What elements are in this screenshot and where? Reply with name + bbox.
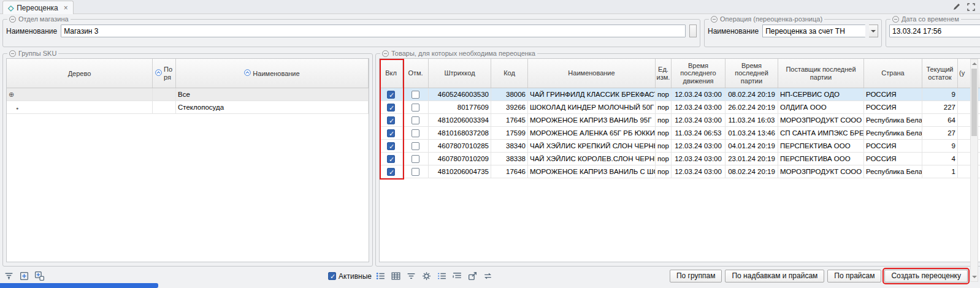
products-toolbar: По группам По надбавкам и прайсам По пра… [375, 269, 968, 282]
table-row[interactable]: 460780701020938338ЧАЙ ХЭЙЛИС КОРОЛЕВ.СЛО… [380, 153, 980, 165]
app-window: ◇ Переоценка × Отдел магазина Наименован… [0, 0, 980, 288]
cell-last-move: 12.03.24 03:00 [672, 165, 725, 178]
row-include-checkbox[interactable] [387, 104, 395, 112]
cell-stock: 27 [922, 127, 958, 140]
column-header-unit[interactable]: Ед. изм. [656, 59, 672, 88]
table-row[interactable]: 8017760939266ШОКОЛАД КИНДЕР МОЛОЧНЫЙ 50Г… [380, 101, 980, 114]
cell-country: РОССИЯ [864, 88, 922, 101]
view-grid-icon[interactable] [391, 271, 401, 281]
numbered-list-icon[interactable] [437, 271, 447, 281]
cell-name: Стеклопосуда [176, 101, 369, 114]
cell-code: 39266 [491, 101, 528, 114]
scrollbar-track[interactable] [971, 67, 978, 273]
by-prices-button[interactable]: По прайсам [827, 270, 881, 282]
table-row[interactable]: ●Стеклопосуда [7, 101, 369, 114]
row-mark-checkbox[interactable] [412, 116, 419, 124]
collapse-icon[interactable] [711, 16, 718, 23]
cell-incl [380, 101, 403, 114]
table-row[interactable]: 481020600339417645МОРОЖЕНОЕ КАПРИЗ ВАНИЛ… [380, 114, 980, 127]
collapse-icon[interactable] [382, 50, 389, 57]
datetime-group: Дата со временем [886, 15, 980, 47]
cell-stock: 9 [922, 140, 958, 153]
row-mark-checkbox[interactable] [412, 142, 419, 150]
column-header-name[interactable]: Наименование [176, 59, 369, 88]
collapse-icon[interactable] [9, 50, 16, 57]
column-header-incl[interactable]: Вкл [380, 59, 403, 88]
cell-unit: пор [656, 114, 672, 127]
refresh-icon[interactable] [483, 271, 493, 281]
clear-filter-icon[interactable] [4, 271, 14, 281]
by-groups-button[interactable]: По группам [670, 270, 722, 282]
scroll-down-button[interactable] [971, 273, 978, 281]
tab-bar: ◇ Переоценка × [0, 0, 980, 14]
scroll-up-button[interactable] [971, 59, 978, 67]
column-header-barcode[interactable]: Штрихкод [429, 59, 491, 88]
products-footer-buttons: По группам По надбавкам и прайсам По пра… [670, 270, 968, 282]
add-group-icon[interactable] [34, 271, 45, 281]
row-mark-checkbox[interactable] [412, 91, 419, 99]
table-row[interactable]: 460780701028538340ЧАЙ ХЭЙЛИС КРЕПКИЙ СЛО… [380, 140, 980, 153]
store-name-input[interactable] [61, 25, 686, 37]
create-revaluation-button[interactable]: Создать переоценку [884, 270, 968, 282]
table-row[interactable]: 460524600353038006ЧАЙ ГРИНФИЛД КЛАССИК Б… [380, 88, 980, 101]
column-header-mark[interactable]: Отм. [403, 59, 429, 88]
column-header-tree[interactable]: Дерево [7, 59, 153, 88]
row-mark-checkbox[interactable] [412, 168, 419, 176]
collapse-icon[interactable] [9, 16, 16, 23]
table-row[interactable]: 481016803720817599МОРОЖЕНОЕ АЛЕНКА 65Г Р… [380, 127, 980, 140]
table-row[interactable]: ⊕Все [7, 88, 369, 101]
column-header-last-batch[interactable]: Время последней партии [725, 59, 778, 88]
tree-expand-icon[interactable]: ⊕ [9, 91, 14, 98]
active-checkbox[interactable] [328, 272, 336, 280]
row-include-checkbox[interactable] [387, 91, 395, 99]
by-markups-button[interactable]: По надбавкам и прайсам [725, 270, 824, 282]
group-legend: Операция (переоценка-розница) [720, 15, 822, 23]
cell-order [153, 101, 176, 114]
window-actions [952, 2, 975, 13]
field-menu-button[interactable] [689, 25, 697, 37]
row-mark-checkbox[interactable] [412, 129, 419, 137]
column-header-last-move[interactable]: Время последнего движения [672, 59, 725, 88]
operation-name-input[interactable] [762, 25, 865, 37]
row-mark-checkbox[interactable] [412, 104, 419, 112]
table-row[interactable]: 481020600473517646МОРОЖЕНОЕ КАПРИЗ ВАНИЛ… [380, 165, 980, 178]
dropdown-arrow-button[interactable] [869, 25, 878, 37]
column-label: Наименование [253, 70, 299, 77]
sku-groups-panel: Группы SKU Дерево Поря Наименование ⊕Все… [2, 50, 373, 267]
row-include-checkbox[interactable] [387, 168, 395, 176]
indent-list-icon[interactable] [452, 271, 462, 281]
export-icon[interactable] [467, 271, 478, 281]
cell-mark [403, 165, 429, 178]
column-header-order[interactable]: Поря [153, 59, 176, 88]
fullscreen-icon[interactable] [967, 2, 975, 13]
cell-unit: пор [656, 127, 672, 140]
cell-tree: ● [7, 101, 153, 114]
tab-pereocenka[interactable]: ◇ Переоценка × [2, 1, 74, 14]
row-include-checkbox[interactable] [387, 116, 395, 124]
edit-pencil-icon[interactable] [952, 2, 961, 13]
filter-icon[interactable] [406, 271, 416, 281]
row-include-checkbox[interactable] [387, 129, 395, 137]
cell-stock: 64 [922, 114, 958, 127]
cell-country: Республика Беларусь [864, 127, 922, 140]
row-include-checkbox[interactable] [387, 142, 395, 150]
view-list-icon[interactable] [375, 271, 386, 281]
store-dept-group: Отдел магазина Наименование [2, 15, 700, 47]
vertical-scrollbar[interactable] [970, 59, 978, 282]
cell-incl [380, 153, 403, 165]
cell-supplier: ПЕРСПЕКТИВА ООО [778, 153, 864, 165]
tab-close-icon[interactable]: × [64, 4, 68, 12]
row-include-checkbox[interactable] [387, 155, 395, 163]
column-header-name[interactable]: Наименование [528, 59, 656, 88]
row-mark-checkbox[interactable] [412, 155, 419, 163]
collapse-icon[interactable] [892, 16, 899, 23]
column-header-supplier[interactable]: Поставщик последней партии [778, 59, 864, 88]
add-item-icon[interactable] [19, 271, 29, 281]
scrollbar-thumb[interactable] [971, 69, 977, 136]
column-header-country[interactable]: Страна [864, 59, 922, 88]
datetime-input[interactable] [889, 25, 980, 37]
cell-supplier: СП САНТА ИМПЭКС БРЕСТ [778, 127, 864, 140]
settings-gear-icon[interactable] [421, 271, 432, 281]
column-header-code[interactable]: Код [491, 59, 528, 88]
column-header-stock[interactable]: Текущий остаток [922, 59, 958, 88]
